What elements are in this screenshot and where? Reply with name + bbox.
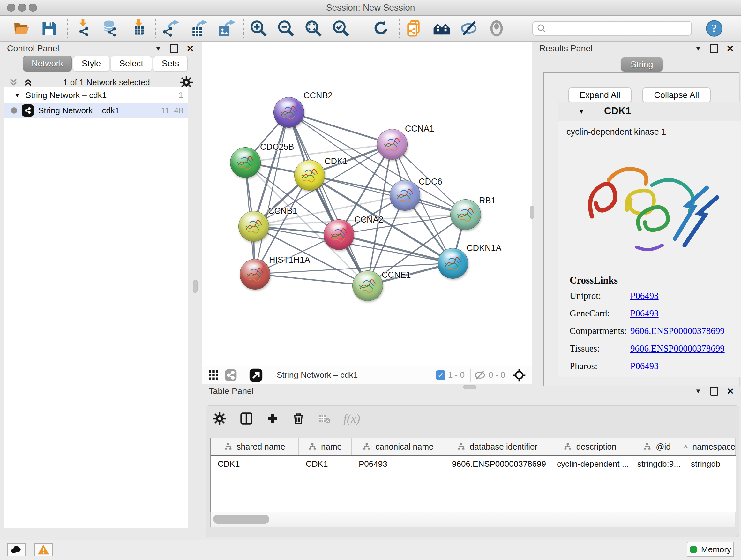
zoom-selected-icon[interactable] [331, 18, 351, 39]
column-header-name[interactable]: name [299, 438, 352, 455]
panel-close-icon[interactable]: ✕ [187, 44, 194, 54]
network-node-ccna1[interactable] [377, 129, 408, 160]
show-column-icon[interactable] [239, 412, 253, 426]
network-node-hist1h1a[interactable] [240, 259, 270, 290]
table-options-gear-icon[interactable] [212, 412, 226, 426]
gene-description: cyclin-dependent kinase 1 [566, 127, 666, 137]
warnings-button[interactable] [34, 543, 53, 557]
zoom-fit-icon[interactable] [303, 18, 324, 39]
node-label-cdkn1a: CDKN1A [467, 243, 502, 253]
show-all-icon[interactable] [486, 18, 507, 39]
search-box[interactable] [532, 21, 692, 36]
birds-eye-view-icon[interactable] [249, 368, 263, 382]
import-database-icon[interactable] [99, 18, 120, 39]
network-share-view-icon[interactable] [224, 369, 237, 381]
panel-menu-icon[interactable]: ▼ [695, 387, 702, 395]
network-node-ccnb2[interactable] [273, 97, 304, 128]
node-label-cdk1: CDK1 [325, 157, 347, 166]
string-home-icon[interactable] [431, 18, 452, 39]
network-edge[interactable] [288, 112, 392, 144]
table-row[interactable]: CDK1CDK1P064939606.ENSP00000378699cyclin… [211, 456, 736, 472]
export-image-icon[interactable] [215, 18, 235, 39]
collection-expand-icon[interactable]: ▼ [14, 91, 20, 99]
network-node-ccne1[interactable] [352, 270, 383, 301]
crosslink-link[interactable]: P06493 [630, 291, 659, 301]
tab-style[interactable]: Style [73, 56, 110, 71]
cloud-status-button[interactable] [7, 543, 25, 557]
add-row-icon[interactable] [266, 412, 279, 425]
network-node-rb1[interactable] [450, 199, 481, 230]
network-name: String Network – cdk1 [38, 106, 156, 116]
tab-string[interactable]: String [621, 57, 663, 71]
table-toolbar: f(x) [212, 412, 360, 426]
crosslink-row: Tissues:9606.ENSP00000378699 [569, 343, 725, 354]
collapse-all-button[interactable]: Collapse All [643, 87, 711, 103]
column-header--id[interactable]: @id [630, 438, 684, 455]
network-collection-row[interactable]: ▼ String Network – cdk1 1 [4, 87, 188, 103]
network-edge[interactable] [255, 112, 288, 274]
crosslink-link[interactable]: 9606.ENSP00000378699 [630, 343, 725, 354]
column-header-description[interactable]: description [550, 438, 630, 455]
panel-menu-icon[interactable]: ▼ [695, 44, 702, 53]
network-node-cdc25b[interactable] [230, 147, 261, 178]
tab-network[interactable]: Network [23, 56, 72, 71]
svg-text:?: ? [711, 22, 717, 35]
hide-selected-icon[interactable] [459, 18, 479, 39]
crosslink-link[interactable]: P06493 [630, 308, 659, 319]
scrollbar-thumb[interactable] [213, 515, 269, 523]
help-icon[interactable]: ? [705, 19, 723, 37]
network-node-ccna2[interactable] [324, 219, 354, 250]
column-header-database-identifier[interactable]: database identifier [445, 438, 550, 455]
panel-menu-icon[interactable]: ▼ [155, 44, 162, 53]
import-network-icon[interactable] [72, 18, 92, 39]
expand-all-networks-icon[interactable] [8, 77, 19, 88]
tab-select[interactable]: Select [111, 56, 152, 71]
network-node-count: 11 [161, 106, 170, 116]
refresh-icon[interactable] [371, 18, 391, 39]
table-horizontal-scrollbar[interactable] [210, 512, 735, 527]
column-header-canonical-name[interactable]: canonical name [352, 438, 445, 455]
column-header-shared-name[interactable]: shared name [211, 438, 299, 455]
import-table-icon[interactable] [127, 18, 147, 39]
save-icon[interactable] [39, 18, 59, 39]
table-panel: Table Panel ▼ ✕ [202, 384, 741, 540]
grid-view-icon[interactable] [208, 369, 219, 381]
collapse-all-networks-icon[interactable] [22, 77, 34, 88]
memory-status-dot [690, 546, 697, 553]
memory-button[interactable]: Memory [687, 542, 734, 557]
panel-float-icon[interactable] [710, 44, 718, 53]
tab-sets[interactable]: Sets [153, 56, 188, 71]
network-node-cdk1[interactable] [294, 160, 325, 191]
network-node-cdkn1a[interactable] [437, 248, 468, 279]
panel-float-icon[interactable] [170, 44, 179, 53]
panel-close-icon[interactable]: ✕ [727, 386, 734, 396]
network-edge[interactable] [255, 274, 367, 286]
node-label-ccnb2: CCNB2 [304, 91, 333, 101]
panel-float-icon[interactable] [710, 387, 718, 395]
clone-network-icon[interactable] [404, 18, 424, 39]
delete-trash-icon[interactable] [292, 412, 305, 425]
network-row-selected[interactable]: String Network – cdk1 11 48 [4, 103, 188, 118]
network-node-ccnb1[interactable] [239, 211, 269, 242]
panel-close-icon[interactable]: ✕ [727, 44, 734, 54]
open-file-icon[interactable] [11, 18, 32, 39]
network-canvas[interactable]: CCNB2CCNA1CDC25BCDK1CDC6RB1CCNB1CCNA2CDK… [202, 42, 532, 384]
fit-selected-crosshair-icon[interactable] [512, 368, 526, 382]
node-details-header[interactable]: ▼ CDK1 [558, 102, 741, 121]
export-table-icon[interactable] [188, 18, 208, 39]
crosslink-link[interactable]: 9606.ENSP00000378699 [630, 326, 725, 336]
network-edge-count: 48 [174, 106, 183, 116]
export-network-icon[interactable] [160, 18, 181, 39]
collapse-entry-icon[interactable]: ▼ [578, 107, 585, 116]
memory-label: Memory [701, 545, 731, 555]
selected-nodes-checkbox[interactable]: ✓ [436, 370, 446, 380]
search-input[interactable] [546, 23, 688, 34]
column-header-namespace[interactable]: namespace [684, 438, 736, 455]
network-node-cdc6[interactable] [390, 180, 420, 211]
expand-all-button[interactable]: Expand All [568, 87, 631, 103]
zoom-out-icon[interactable] [276, 18, 296, 39]
crosslink-link[interactable]: P06493 [630, 361, 659, 371]
left-splitter-handle[interactable] [193, 280, 198, 293]
status-bar: Memory [0, 540, 741, 560]
zoom-in-icon[interactable] [248, 18, 269, 39]
